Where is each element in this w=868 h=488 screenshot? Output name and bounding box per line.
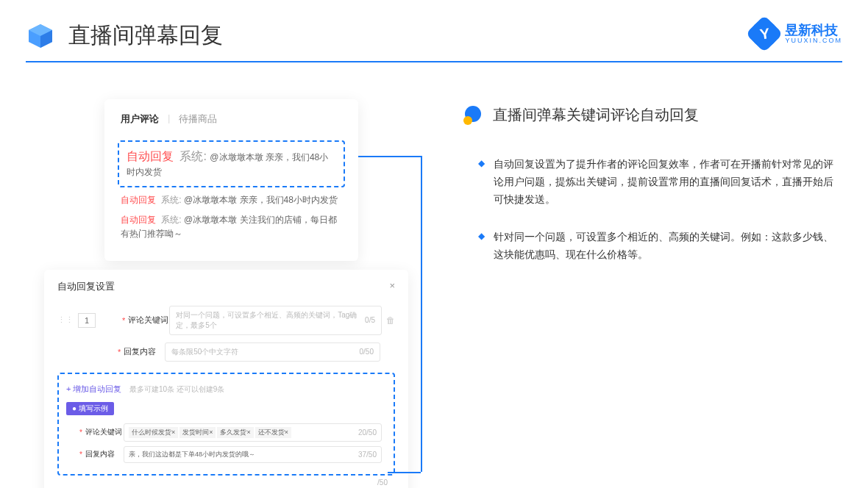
brand-name: 昱新科技 bbox=[785, 24, 842, 37]
example-box: + 增加自动回复 最多可建10条 还可以创建9条 ● 填写示例 * 评论关键词 … bbox=[57, 373, 395, 476]
comments-panel: 用户评论 | 待播商品 自动回复 系统: @冰墩墩本墩 亲亲，我们48小时内发货… bbox=[104, 99, 358, 261]
trash-icon[interactable]: 🗑 bbox=[386, 315, 395, 326]
keyword-input[interactable]: 对同一个问题，可设置多个相近、高频的关键词，Tag确定，最多5个 0/5 bbox=[169, 306, 382, 335]
logo-cube-icon bbox=[26, 21, 55, 51]
settings-title: 自动回复设置 bbox=[57, 280, 115, 293]
system-label: 系统: bbox=[179, 150, 206, 162]
section-title: 直播间弹幕关键词评论自动回复 bbox=[493, 105, 699, 125]
connector-line bbox=[421, 156, 422, 472]
ex-content-label: 回复内容 bbox=[85, 449, 124, 459]
brand-logo: Y 昱新科技 YUUXIN.COM bbox=[751, 21, 842, 47]
keyword-chip[interactable]: 多久发货× bbox=[217, 427, 253, 438]
comment-row: 自动回复 系统: @冰墩墩本墩 亲亲，我们48小时内发货 bbox=[121, 193, 342, 207]
content-input[interactable]: 每条限50个中文字符 0/50 bbox=[165, 342, 380, 362]
keyword-chip[interactable]: 什么时候发货× bbox=[129, 427, 178, 438]
close-icon[interactable]: × bbox=[389, 280, 395, 293]
outer-counter: /50 bbox=[44, 476, 408, 487]
add-auto-reply-link[interactable]: + 增加自动回复 bbox=[66, 384, 121, 395]
content-label: 回复内容 bbox=[124, 346, 165, 357]
brand-sub: YUUXIN.COM bbox=[785, 37, 842, 44]
settings-panel: 自动回复设置 × ⋮⋮ 1 * 评论关键词 对同一个问题，可设置多个相近、高频的… bbox=[44, 270, 408, 488]
auto-reply-tag: 自动回复 bbox=[127, 150, 174, 162]
required-star: * bbox=[118, 348, 121, 356]
brand-icon: Y bbox=[751, 21, 778, 47]
highlighted-comment: 自动回复 系统: @冰墩墩本墩 亲亲，我们48小时内发货 bbox=[118, 140, 345, 187]
add-hint: 最多可建10条 还可以创建9条 bbox=[129, 385, 224, 393]
keyword-chip[interactable]: 发货时间× bbox=[179, 427, 216, 438]
tab-separator: | bbox=[168, 112, 170, 126]
diamond-bullet-icon: ◆ bbox=[478, 158, 485, 208]
comment-row: 自动回复 系统: @冰墩墩本墩 关注我们的店铺，每日都有热门推荐呦～ bbox=[121, 213, 342, 241]
connector-line bbox=[388, 472, 421, 473]
keyword-chip[interactable]: 还不发货× bbox=[255, 427, 291, 438]
tab-user-comments[interactable]: 用户评论 bbox=[121, 112, 159, 126]
drag-handle-icon[interactable]: ⋮⋮ bbox=[57, 315, 74, 325]
bullet-2: 针对同一个问题，可设置多个相近的、高频的关键词。例如：这款多少钱、这块能优惠吗、… bbox=[494, 229, 842, 264]
connector-line bbox=[358, 156, 421, 157]
diamond-bullet-icon: ◆ bbox=[478, 231, 485, 264]
ex-content-input[interactable]: 亲，我们这边都是下单48小时内发货的哦～ 37/50 bbox=[124, 446, 382, 463]
required-star: * bbox=[122, 316, 125, 325]
tab-pending-goods[interactable]: 待播商品 bbox=[179, 112, 217, 126]
example-badge: ● 填写示例 bbox=[66, 402, 114, 415]
keyword-label: 评论关键词 bbox=[128, 315, 169, 326]
page-title: 直播间弹幕回复 bbox=[68, 21, 223, 51]
section-bullet-icon bbox=[463, 106, 483, 125]
bullet-1: 自动回复设置为了提升作者的评论回复效率，作者可在开播前针对常见的评论用户问题，提… bbox=[494, 156, 842, 208]
ex-keyword-label: 评论关键词 bbox=[85, 427, 124, 437]
order-number: 1 bbox=[78, 313, 96, 328]
ex-keyword-input[interactable]: 什么时候发货×发货时间×多久发货×还不发货× 20/50 bbox=[124, 423, 382, 442]
